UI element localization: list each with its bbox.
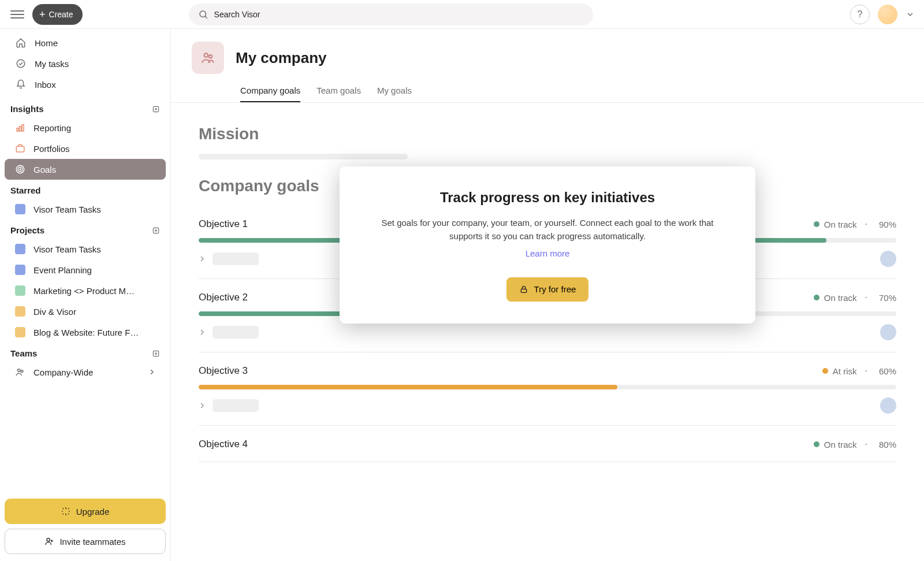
svg-point-24 [204, 53, 208, 57]
plus-icon[interactable] [152, 105, 160, 113]
chevron-right-icon[interactable] [199, 255, 207, 262]
invite-button[interactable]: Invite teammates [5, 529, 166, 554]
tab-team-goals[interactable]: Team goals [316, 80, 361, 102]
svg-rect-7 [20, 127, 21, 131]
goal-name: Objective 4 [199, 439, 806, 450]
status-dot-icon [814, 295, 819, 300]
skeleton-placeholder [213, 252, 259, 265]
project-color-icon [15, 244, 25, 254]
sidebar-item-goals[interactable]: Goals [5, 159, 166, 180]
chevron-right-icon[interactable] [199, 402, 207, 409]
goal-status-label: On track [824, 440, 857, 449]
tab-company-goals[interactable]: Company goals [240, 80, 300, 102]
sidebar-item-label: Company-Wide [33, 367, 93, 377]
svg-rect-26 [521, 289, 526, 292]
skeleton-placeholder [199, 154, 408, 159]
goal-status: At risk [822, 366, 857, 376]
company-icon [192, 42, 224, 74]
sidebar-item-label: Goals [33, 165, 56, 174]
sidebar-item-project[interactable]: Blog & Website: Future F… [5, 322, 166, 343]
sidebar-item-label: Blog & Website: Future F… [33, 328, 139, 337]
sidebar-item-project[interactable]: Div & Visor [5, 301, 166, 322]
assignee-avatar[interactable] [880, 324, 896, 340]
bell-icon [15, 79, 27, 90]
sidebar-item-label: Visor Team Tasks [33, 244, 101, 254]
tabs: Company goals Team goals My goals [171, 74, 924, 103]
goal-card[interactable]: Objective 4 On track · 80% [199, 426, 896, 462]
goal-status-label: At risk [833, 366, 857, 376]
upgrade-button[interactable]: Upgrade [5, 499, 166, 524]
upsell-modal: Track progress on key initiatives Set go… [340, 166, 755, 324]
sidebar-item-home[interactable]: Home [5, 32, 166, 53]
section-header-projects[interactable]: Projects [0, 220, 170, 239]
section-header-starred[interactable]: Starred [0, 180, 170, 199]
sidebar-item-inbox[interactable]: Inbox [5, 74, 166, 95]
assignee-avatar[interactable] [880, 251, 896, 267]
svg-point-20 [21, 370, 23, 373]
goal-percent: 70% [879, 293, 896, 303]
project-color-icon [15, 306, 25, 317]
page-title: My company [236, 49, 327, 67]
learn-more-link[interactable]: Learn more [526, 248, 570, 258]
svg-point-25 [209, 55, 212, 58]
create-button[interactable]: + Create [32, 4, 83, 25]
goals-icon [15, 164, 25, 174]
goal-card[interactable]: Objective 3 At risk · 60% [199, 352, 896, 426]
help-button[interactable]: ? [850, 5, 870, 24]
search-icon [198, 9, 208, 20]
chevron-right-icon [148, 369, 155, 376]
invite-button-label: Invite teammates [59, 537, 125, 547]
sidebar-item-portfolios[interactable]: Portfolios [5, 138, 166, 159]
status-dot-icon [822, 368, 828, 374]
sidebar-item-my-tasks[interactable]: My tasks [5, 53, 166, 74]
portfolio-icon [15, 143, 25, 154]
sidebar-item-team[interactable]: Company-Wide [5, 362, 166, 382]
svg-point-21 [47, 538, 50, 541]
project-color-icon [15, 265, 25, 275]
sidebar-item-project[interactable]: Marketing <> Product M… [5, 280, 166, 301]
section-header-teams[interactable]: Teams [0, 343, 170, 362]
svg-point-19 [18, 369, 21, 372]
sidebar-item-label: Portfolios [33, 144, 70, 154]
plus-icon[interactable] [152, 350, 160, 358]
svg-line-1 [205, 16, 207, 18]
chevron-down-icon[interactable] [907, 11, 914, 18]
goal-separator: · [865, 292, 867, 303]
user-avatar[interactable] [878, 5, 897, 24]
sidebar-item-starred-visor[interactable]: Visor Team Tasks [5, 199, 166, 220]
sidebar-item-label: Marketing <> Product M… [33, 286, 135, 296]
sparkle-icon [61, 507, 70, 516]
goal-status-label: On track [824, 293, 857, 303]
upgrade-button-label: Upgrade [76, 507, 110, 517]
assignee-avatar[interactable] [880, 397, 896, 414]
svg-point-12 [20, 169, 21, 170]
sidebar-item-label: My tasks [35, 59, 69, 69]
section-header-insights[interactable]: Insights [0, 98, 170, 117]
goal-separator: · [865, 366, 867, 376]
sidebar: Home My tasks Inbox Insights Reporting P… [0, 29, 171, 561]
user-plus-icon [44, 537, 54, 546]
plus-icon[interactable] [152, 226, 160, 235]
goal-percent: 60% [879, 366, 896, 376]
sidebar-toggle[interactable] [10, 8, 24, 21]
svg-rect-8 [22, 125, 24, 131]
main-content: My company Company goals Team goals My g… [171, 29, 924, 561]
sidebar-item-project[interactable]: Event Planning [5, 259, 166, 280]
sidebar-item-reporting[interactable]: Reporting [5, 117, 166, 138]
sidebar-item-project[interactable]: Visor Team Tasks [5, 239, 166, 259]
search-input[interactable] [214, 10, 584, 19]
try-free-button[interactable]: Try for free [506, 277, 589, 302]
goal-status: On track [814, 293, 857, 303]
reporting-icon [15, 122, 25, 133]
svg-point-2 [17, 60, 25, 68]
sidebar-item-label: Inbox [35, 80, 56, 90]
plus-icon: + [39, 9, 46, 20]
modal-body: Set goals for your company, your team, o… [381, 218, 713, 241]
search-input-wrap[interactable] [189, 3, 593, 25]
team-icon [15, 367, 25, 377]
chevron-right-icon[interactable] [199, 329, 207, 336]
sidebar-item-label: Visor Team Tasks [33, 205, 101, 214]
mission-heading: Mission [199, 125, 896, 143]
tab-my-goals[interactable]: My goals [377, 80, 412, 102]
lock-icon [519, 285, 528, 294]
